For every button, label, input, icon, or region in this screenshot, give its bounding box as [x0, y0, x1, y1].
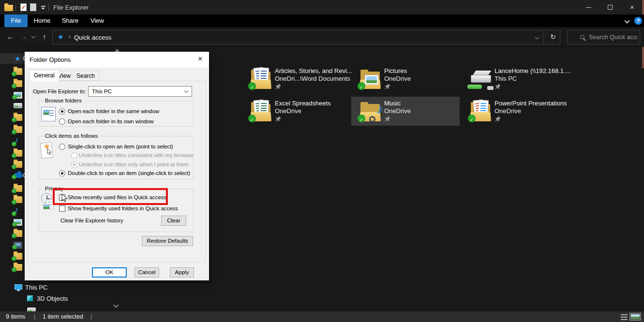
divider	[48, 4, 49, 11]
help-icon[interactable]: ?	[634, 17, 642, 25]
dialog-close-icon[interactable]: ×	[198, 55, 202, 63]
explorer-folder-icon[interactable]	[4, 5, 13, 11]
tile-name: LanceHome (\\192.168.1....	[494, 67, 571, 74]
tab-share[interactable]: Share	[56, 15, 84, 27]
radio-own-window[interactable]	[59, 118, 65, 125]
open-to-dropdown[interactable]: This PC	[88, 86, 192, 97]
sidebar-folder-icon[interactable]	[14, 264, 22, 271]
checkbox-show-frequent-folders[interactable]	[59, 205, 65, 212]
sidebar-folder-icon[interactable]	[14, 80, 22, 87]
sidebar-video-icon[interactable]	[14, 242, 22, 249]
sidebar-folder-icon[interactable]	[14, 253, 22, 260]
recent-locations-chevron-icon[interactable]	[31, 34, 35, 38]
maximize-button[interactable]	[599, 0, 621, 15]
tile-name: Excel Spreadsheets	[275, 100, 331, 107]
sidebar-folder-icon[interactable]	[14, 185, 22, 192]
minimize-button[interactable]	[578, 0, 599, 15]
sidebar-music-icon[interactable]	[14, 138, 22, 145]
radio-double-click-label[interactable]: Double-click to open an item (single-cli…	[68, 170, 190, 176]
tab-general[interactable]: General	[29, 70, 60, 81]
sidebar-folder-icon[interactable]	[14, 150, 22, 157]
sidebar-folder-icon[interactable]	[14, 126, 22, 133]
customize-toolbar-dropdown-icon[interactable]	[41, 6, 45, 10]
sidebar-folder-icon[interactable]	[14, 114, 22, 121]
radio-underline-point-label: Underline icon titles only when I point …	[79, 161, 189, 167]
sidebar-onedrive-icon[interactable]	[14, 173, 23, 178]
new-item-icon[interactable]	[30, 3, 36, 11]
cursor-icon	[47, 148, 52, 155]
address-dropdown-chevron-icon[interactable]	[535, 35, 539, 39]
radio-same-window-label[interactable]: Open each folder in the same window	[68, 108, 159, 114]
item-count: 9 items	[6, 313, 25, 320]
large-icons-view-icon[interactable]	[629, 313, 641, 321]
restore-defaults-button[interactable]: Restore Defaults	[142, 236, 193, 246]
dialog-title: Folder Options	[30, 56, 71, 63]
sidebar-item-this-pc[interactable]: This PC	[25, 284, 47, 291]
tile-pictures[interactable]: Pictures OneDrive	[351, 64, 460, 93]
apply-button[interactable]: Apply	[170, 267, 194, 278]
search-box[interactable]	[567, 30, 640, 44]
divider: |	[34, 313, 35, 320]
sync-check-icon	[12, 164, 16, 169]
sidebar-music-icon[interactable]	[14, 208, 22, 215]
tile-articles[interactable]: Articles, Stories, and Revi... OneDri...…	[242, 64, 350, 93]
radio-same-window[interactable]	[59, 108, 65, 115]
scrollbar-down-arrow[interactable]	[113, 302, 119, 307]
cancel-button[interactable]: Cancel	[135, 267, 159, 278]
radio-own-window-label[interactable]: Open each folder in its own window	[68, 118, 154, 124]
titlebar: File Explorer ×	[0, 0, 642, 15]
selection-count: 1 item selected	[43, 313, 83, 320]
sync-check-icon	[358, 82, 365, 90]
tab-home[interactable]: Home	[28, 15, 56, 27]
radio-single-click-label[interactable]: Single-click to open an item (point to s…	[68, 144, 173, 149]
tab-search[interactable]: Search	[72, 71, 100, 81]
back-icon[interactable]: ←	[7, 32, 14, 41]
details-view-icon[interactable]	[621, 314, 628, 320]
sync-check-icon	[12, 245, 17, 249]
sync-check-icon	[12, 72, 16, 76]
sidebar-folder-icon[interactable]	[14, 230, 22, 237]
tile-powerpoint-presentations[interactable]: PowerPoint Presentations OneDrive	[462, 97, 570, 126]
tile-excel-spreadsheets[interactable]: Excel Spreadsheets OneDrive	[242, 97, 350, 126]
divider	[15, 4, 16, 11]
breadcrumb-chevron-icon[interactable]	[67, 35, 71, 39]
3d-objects-cube-icon[interactable]	[27, 295, 33, 301]
radio-underline-browser-label: Underline icon titles consistent with my…	[79, 152, 194, 158]
status-bar: 9 items | 1 item selected |	[0, 311, 644, 322]
breadcrumb[interactable]: Quick access	[74, 34, 111, 41]
radio-double-click[interactable]	[59, 170, 65, 176]
clear-history-label: Clear File Explorer history	[60, 218, 123, 223]
sidebar-pictures-icon[interactable]	[14, 92, 22, 99]
properties-check-icon[interactable]	[20, 3, 27, 11]
checkbox-show-frequent-folders-label[interactable]: Show frequently used folders in Quick ac…	[68, 205, 178, 211]
sidebar-drive-icon[interactable]	[14, 103, 22, 108]
tile-music[interactable]: ♪ Music OneDrive	[351, 97, 460, 126]
clear-button[interactable]: Clear	[161, 216, 186, 226]
pin-icon	[275, 116, 281, 122]
sidebar-folder-icon[interactable]	[14, 161, 22, 168]
minimize-ribbon-chevron-icon[interactable]	[624, 18, 629, 23]
sidebar-folder-icon[interactable]	[14, 68, 22, 75]
tab-view[interactable]: View	[84, 15, 110, 27]
mouse-cursor	[61, 193, 68, 203]
pin-icon	[495, 116, 501, 122]
forward-icon[interactable]: →	[20, 32, 28, 41]
search-input[interactable]	[589, 32, 637, 42]
tile-lancehome[interactable]: LanceHome (\\192.168.1.... This PC	[462, 64, 570, 93]
ribbon-tab-bar: File Home Share View ?	[0, 15, 644, 27]
this-pc-monitor-icon[interactable]	[15, 284, 22, 290]
music-folder-icon: ♪	[359, 100, 382, 122]
ok-button[interactable]: OK	[92, 267, 127, 278]
tab-file[interactable]: File	[4, 15, 28, 27]
sync-check-icon	[12, 117, 16, 122]
sidebar-folder-icon[interactable]	[14, 196, 22, 203]
sidebar-pictures-icon[interactable]	[14, 219, 22, 226]
pin-icon	[495, 84, 501, 89]
close-button[interactable]: ×	[621, 0, 643, 15]
refresh-icon[interactable]: ↻	[550, 33, 556, 41]
radio-single-click[interactable]	[59, 144, 65, 150]
up-icon[interactable]: ↑	[43, 32, 46, 41]
sidebar-item-3d-objects[interactable]: 3D Objects	[37, 295, 68, 302]
address-bar[interactable]: ★ Quick access ↻	[52, 30, 560, 44]
sync-check-icon	[12, 189, 16, 193]
